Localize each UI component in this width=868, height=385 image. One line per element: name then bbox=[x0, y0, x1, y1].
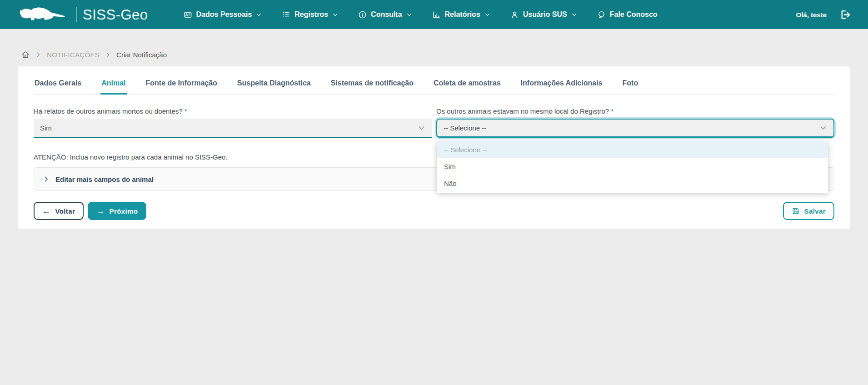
field-label: Os outros animais estavam no mesmo local… bbox=[436, 107, 834, 115]
breadcrumb: NOTIFICAÇÕES Criar Notificação bbox=[21, 50, 868, 59]
nav-fale-conosco[interactable]: Fale Conosco bbox=[597, 10, 658, 19]
chevron-down-icon bbox=[406, 12, 412, 18]
tab-dados-gerais[interactable]: Dados Gerais bbox=[34, 78, 82, 95]
logout-button[interactable] bbox=[839, 9, 851, 20]
nav-label: Usuário SUS bbox=[523, 10, 567, 19]
chevron-right-icon bbox=[43, 176, 50, 182]
select-value: -- Selecione -- bbox=[444, 124, 486, 132]
chevron-down-icon bbox=[332, 12, 338, 18]
arrow-left-icon: ← bbox=[42, 207, 50, 215]
tab-sistemas-de-notificacao[interactable]: Sistemas de notificação bbox=[330, 78, 414, 95]
user-icon bbox=[510, 10, 519, 19]
nav-label: Dados Pessoais bbox=[196, 10, 252, 19]
chevron-down-icon bbox=[819, 124, 827, 132]
dropdown-option-nao[interactable]: Não bbox=[437, 175, 828, 192]
breadcrumb-separator-icon bbox=[35, 52, 41, 58]
nav-label: Registros bbox=[294, 10, 328, 19]
chevron-down-icon bbox=[571, 12, 577, 18]
logo-text: SISS-Geo bbox=[83, 8, 148, 22]
select-outros-animais-mortos[interactable]: Sim bbox=[34, 119, 432, 138]
select-dropdown-menu: -- Selecione -- Sim Não bbox=[437, 141, 828, 193]
bar-chart-icon bbox=[432, 10, 441, 19]
nav-label: Fale Conosco bbox=[610, 10, 658, 19]
field-mesmo-local-registro: Os outros animais estavam no mesmo local… bbox=[436, 107, 834, 138]
required-mark: * bbox=[185, 107, 187, 115]
id-card-icon bbox=[184, 10, 192, 19]
tab-fonte-de-informacao[interactable]: Fonte de Informação bbox=[145, 78, 218, 95]
header-right: Olá, teste bbox=[796, 9, 851, 20]
nav-label: Relatórios bbox=[445, 10, 480, 19]
field-outros-animais-mortos: Há relatos de outros animais mortos ou d… bbox=[34, 107, 432, 138]
floppy-disk-icon bbox=[792, 207, 800, 215]
field-label: Há relatos de outros animais mortos ou d… bbox=[34, 107, 432, 115]
home-icon[interactable] bbox=[21, 50, 30, 59]
tab-animal[interactable]: Animal bbox=[100, 78, 126, 95]
user-greeting: Olá, teste bbox=[796, 11, 827, 19]
breadcrumb-current-page: Criar Notificação bbox=[116, 51, 167, 59]
arrow-right-icon: → bbox=[96, 207, 105, 215]
dropdown-option-selecione[interactable]: -- Selecione -- bbox=[437, 141, 828, 158]
tab-informacoes-adicionais[interactable]: Informações Adicionais bbox=[520, 78, 604, 95]
app-logo[interactable]: SISS-Geo bbox=[17, 5, 148, 24]
logo-divider bbox=[76, 7, 77, 22]
nav-relatorios[interactable]: Relatórios bbox=[432, 10, 490, 19]
nav-dados-pessoais[interactable]: Dados Pessoais bbox=[184, 10, 262, 19]
breadcrumb-notificacoes[interactable]: NOTIFICAÇÕES bbox=[47, 51, 100, 59]
tab-suspeita-diagnostica[interactable]: Suspeita Diagnóstica bbox=[236, 78, 312, 95]
tab-foto[interactable]: Foto bbox=[622, 78, 639, 95]
tab-coleta-de-amostras[interactable]: Coleta de amostras bbox=[433, 78, 502, 95]
nav-registros[interactable]: Registros bbox=[282, 10, 338, 19]
nav-usuario-sus[interactable]: Usuário SUS bbox=[510, 10, 577, 19]
info-icon bbox=[358, 10, 367, 19]
main-nav: Dados Pessoais Registros Consulta Relató… bbox=[184, 10, 658, 19]
chevron-down-icon bbox=[256, 12, 262, 18]
chat-icon bbox=[597, 10, 606, 19]
back-button[interactable]: ← Voltar bbox=[34, 202, 84, 220]
select-value: Sim bbox=[40, 124, 52, 132]
save-button[interactable]: Salvar bbox=[783, 202, 834, 220]
actions-bar: ← Voltar → Próximo Salvar bbox=[34, 202, 834, 220]
required-mark: * bbox=[611, 107, 614, 115]
app-header: SISS-Geo Dados Pessoais Registros bbox=[0, 0, 868, 29]
form-row: Há relatos de outros animais mortos ou d… bbox=[34, 107, 834, 138]
tab-bar: Dados Gerais Animal Fonte de Informação … bbox=[34, 78, 834, 95]
dropdown-option-sim[interactable]: Sim bbox=[437, 158, 828, 175]
chevron-down-icon bbox=[418, 124, 425, 132]
chevron-down-icon bbox=[484, 12, 490, 18]
nav-consulta[interactable]: Consulta bbox=[358, 10, 412, 19]
logout-icon bbox=[839, 9, 851, 20]
list-icon bbox=[282, 10, 290, 19]
select-mesmo-local-registro[interactable]: -- Selecione -- bbox=[436, 119, 834, 138]
anteater-logo-icon bbox=[17, 5, 71, 24]
next-button[interactable]: → Próximo bbox=[88, 202, 146, 220]
accordion-label: Editar mais campos do animal bbox=[55, 175, 154, 183]
form-card: Dados Gerais Animal Fonte de Informação … bbox=[18, 66, 850, 229]
nav-label: Consulta bbox=[371, 10, 402, 19]
breadcrumb-separator-icon bbox=[105, 52, 111, 58]
